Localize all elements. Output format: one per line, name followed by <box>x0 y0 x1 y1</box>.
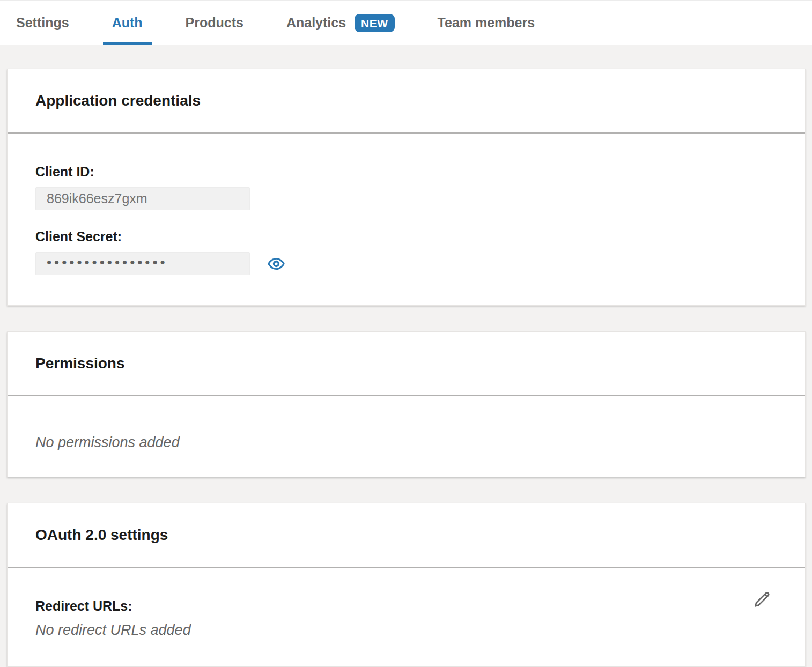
permissions-body: No permissions added <box>8 396 805 477</box>
client-secret-field[interactable]: •••••••••••••••• <box>35 252 250 275</box>
tab-settings-label: Settings <box>16 15 69 31</box>
tab-products[interactable]: Products <box>186 1 243 45</box>
pencil-icon <box>752 588 772 610</box>
oauth-settings-body: Redirect URLs: No redirect URLs added <box>8 568 805 666</box>
redirect-urls-label: Redirect URLs: <box>35 598 777 614</box>
client-id-field[interactable]: 869ik66esz7gxm <box>35 187 250 210</box>
application-credentials-body: Client ID: 869ik66esz7gxm Client Secret:… <box>8 134 805 305</box>
permissions-title: Permissions <box>35 354 777 373</box>
tab-team-members[interactable]: Team members <box>438 1 535 45</box>
auth-tab-content: Application credentials Client ID: 869ik… <box>0 45 812 667</box>
tab-team-members-label: Team members <box>438 15 535 31</box>
redirect-urls-empty-text: No redirect URLs added <box>35 621 777 639</box>
permissions-header: Permissions <box>8 332 805 396</box>
application-credentials-card: Application credentials Client ID: 869ik… <box>7 69 806 306</box>
tab-auth[interactable]: Auth <box>112 1 143 45</box>
permissions-empty-text: No permissions added <box>35 434 777 451</box>
client-id-label: Client ID: <box>35 164 777 180</box>
tab-settings[interactable]: Settings <box>16 1 69 45</box>
client-secret-masked-value: •••••••••••••••• <box>47 255 168 269</box>
permissions-card: Permissions No permissions added <box>7 331 806 477</box>
oauth-settings-title: OAuth 2.0 settings <box>35 526 777 544</box>
tab-analytics[interactable]: Analytics NEW <box>286 1 395 45</box>
edit-redirect-urls-button[interactable] <box>751 587 773 611</box>
oauth-settings-card: OAuth 2.0 settings Redirect URLs: No red… <box>7 503 806 667</box>
tab-products-label: Products <box>186 15 243 31</box>
application-credentials-header: Application credentials <box>8 69 805 134</box>
eye-icon <box>267 255 285 273</box>
tab-analytics-label: Analytics <box>286 15 346 31</box>
oauth-settings-header: OAuth 2.0 settings <box>8 503 805 568</box>
tab-bar: Settings Auth Products Analytics NEW Tea… <box>0 0 812 45</box>
client-id-value: 869ik66esz7gxm <box>47 191 147 206</box>
reveal-secret-button[interactable] <box>267 255 285 273</box>
tab-auth-label: Auth <box>112 15 143 31</box>
application-credentials-title: Application credentials <box>35 92 777 110</box>
client-secret-label: Client Secret: <box>35 228 777 244</box>
new-badge: NEW <box>355 14 395 32</box>
